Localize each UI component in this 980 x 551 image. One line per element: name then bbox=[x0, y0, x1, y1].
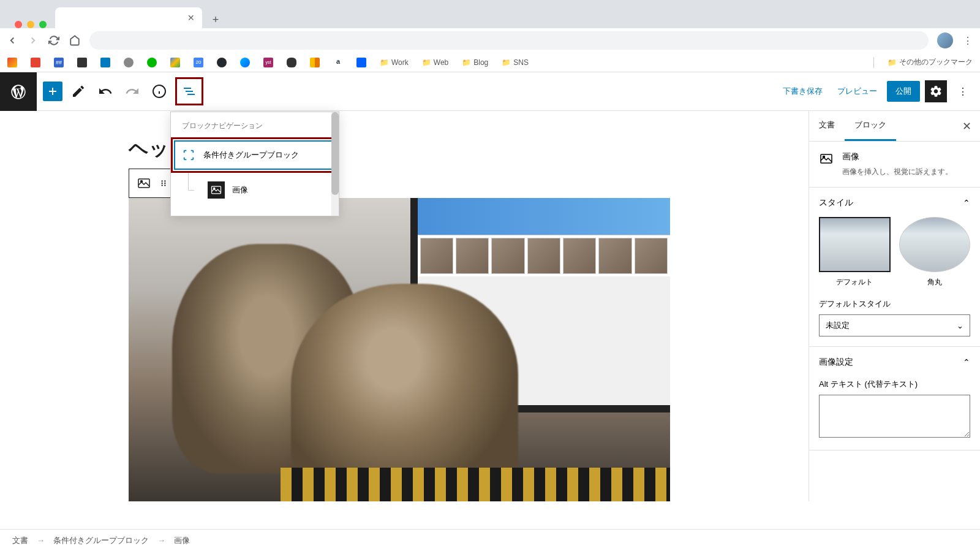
block-type-icon[interactable] bbox=[133, 172, 155, 194]
style-option-default[interactable]: デフォルト bbox=[819, 217, 891, 287]
block-navigation-popup: ブロックナビゲーション 条件付きグループブロック 画像 bbox=[170, 112, 339, 216]
bookmark-line[interactable] bbox=[147, 58, 157, 67]
style-panel: スタイル ⌃ デフォルト 角丸 デフォルトスタイル 未設定 ⌄ bbox=[809, 188, 980, 347]
bookmark-amazon[interactable]: a bbox=[333, 58, 343, 67]
profile-avatar[interactable] bbox=[937, 32, 953, 48]
messenger-icon bbox=[240, 58, 250, 67]
bookmark-hash[interactable]: ## bbox=[54, 58, 64, 67]
trello-icon bbox=[100, 58, 110, 67]
bookmark-power[interactable] bbox=[124, 58, 134, 67]
bookmark-folder-sns[interactable]: 📁SNS bbox=[502, 58, 529, 67]
reload-icon[interactable] bbox=[48, 34, 60, 47]
window-minimize-icon[interactable] bbox=[27, 21, 34, 28]
preview-button[interactable]: プレビュー bbox=[832, 81, 882, 102]
bookmark-folder-web[interactable]: 📁Web bbox=[422, 58, 448, 67]
tab-close-icon[interactable]: ✕ bbox=[187, 13, 195, 23]
analytics-icon bbox=[310, 58, 320, 67]
terminal-icon bbox=[77, 58, 87, 67]
popup-scrollbar[interactable] bbox=[331, 112, 339, 216]
back-icon[interactable] bbox=[6, 34, 18, 47]
block-name: 画像 bbox=[842, 151, 952, 162]
bookmark-analytics[interactable] bbox=[310, 58, 320, 67]
forward-icon[interactable] bbox=[27, 34, 39, 47]
undo-button[interactable] bbox=[94, 80, 116, 102]
svg-point-16 bbox=[823, 156, 825, 158]
folder-icon: 📁 bbox=[888, 58, 897, 67]
bookmark-dropbox[interactable] bbox=[356, 58, 366, 67]
address-bar[interactable] bbox=[89, 31, 929, 50]
bookmark-folder-blog[interactable]: 📁Blog bbox=[462, 58, 488, 67]
nav-item-highlight: 条件付きグループブロック bbox=[171, 137, 339, 173]
folder-icon: 📁 bbox=[380, 58, 389, 67]
image-block-icon bbox=[208, 181, 225, 199]
alt-text-label: Alt テキスト (代替テキスト) bbox=[819, 379, 970, 390]
breadcrumb-item[interactable]: 文書 bbox=[12, 535, 28, 546]
default-style-label: デフォルトスタイル bbox=[819, 298, 970, 310]
add-block-button[interactable] bbox=[43, 82, 62, 101]
chevron-up-icon: ⌃ bbox=[963, 198, 970, 208]
svg-point-7 bbox=[141, 181, 143, 183]
tab-block[interactable]: ブロック bbox=[845, 111, 896, 141]
sidebar-tabs: 文書 ブロック ✕ bbox=[809, 111, 980, 142]
bookmark-yoast[interactable]: yst bbox=[263, 58, 273, 67]
window-maximize-icon[interactable] bbox=[39, 21, 47, 28]
tab-document[interactable]: 文書 bbox=[809, 111, 845, 141]
browser-menu-icon[interactable]: ⋮ bbox=[962, 34, 974, 47]
sidebar-close-icon[interactable]: ✕ bbox=[959, 116, 975, 137]
bookmark-cloud[interactable] bbox=[287, 58, 296, 67]
image-block[interactable] bbox=[129, 198, 670, 501]
image-block-icon bbox=[819, 151, 834, 166]
drive-icon bbox=[170, 58, 180, 67]
info-button[interactable] bbox=[148, 80, 170, 102]
redo-button[interactable] bbox=[121, 80, 143, 102]
style-option-rounded[interactable]: 角丸 bbox=[899, 217, 971, 287]
svg-point-13 bbox=[164, 184, 165, 186]
alt-text-input[interactable] bbox=[819, 395, 970, 438]
block-navigation-button[interactable] bbox=[178, 80, 200, 102]
gmail-icon bbox=[7, 58, 17, 67]
todoist-icon bbox=[31, 58, 40, 67]
home-icon[interactable] bbox=[69, 34, 81, 47]
style-thumbnail bbox=[819, 217, 891, 272]
editor-canvas[interactable]: ヘッダーメディ ⌃ ⌄ bbox=[37, 111, 809, 501]
more-options-button[interactable]: ⋮ bbox=[952, 80, 974, 102]
nav-item-child: 画像 bbox=[195, 173, 339, 207]
nav-toolbar: ⋮ bbox=[0, 28, 980, 53]
bookmark-gmail[interactable] bbox=[7, 58, 17, 67]
folder-icon: 📁 bbox=[502, 58, 511, 67]
bookmark-todoist[interactable] bbox=[31, 58, 40, 67]
settings-button[interactable] bbox=[925, 80, 947, 102]
bookmark-messenger[interactable] bbox=[240, 58, 250, 67]
nav-item-image[interactable]: 画像 bbox=[202, 175, 333, 205]
drag-handle-icon[interactable] bbox=[157, 172, 170, 194]
editor-header: 下書き保存 プレビュー 公開 ⋮ bbox=[37, 72, 980, 111]
svg-point-8 bbox=[162, 180, 163, 181]
browser-tab[interactable]: ✕ bbox=[55, 7, 202, 28]
browser-chrome: ✕ + ⋮ ## 20 yst a 📁Work 📁Web 📁Blog 📁SNS bbox=[0, 0, 980, 72]
svg-point-9 bbox=[164, 180, 165, 181]
bookmark-folder-work[interactable]: 📁Work bbox=[380, 58, 409, 67]
new-tab-button[interactable]: + bbox=[207, 11, 224, 28]
default-style-select[interactable]: 未設定 ⌄ bbox=[819, 314, 970, 336]
breadcrumb-separator-icon: → bbox=[37, 536, 45, 545]
svg-point-12 bbox=[162, 184, 163, 186]
style-panel-header[interactable]: スタイル ⌃ bbox=[819, 197, 970, 208]
breadcrumb-item[interactable]: 画像 bbox=[174, 535, 190, 546]
block-info-section: 画像 画像を挿入し、視覚に訴えます。 bbox=[809, 142, 980, 188]
bookmark-trello[interactable] bbox=[100, 58, 110, 67]
breadcrumb-item[interactable]: 条件付きグループブロック bbox=[53, 535, 149, 546]
bookmark-calendar[interactable]: 20 bbox=[194, 58, 203, 67]
save-draft-button[interactable]: 下書き保存 bbox=[778, 81, 827, 102]
bookmark-folder-other[interactable]: 📁その他のブックマーク bbox=[888, 57, 973, 67]
window-close-icon[interactable] bbox=[15, 21, 22, 28]
nav-item-conditional-group[interactable]: 条件付きグループブロック bbox=[174, 140, 336, 170]
bookmark-drive[interactable] bbox=[170, 58, 180, 67]
window-controls bbox=[15, 21, 47, 28]
publish-button[interactable]: 公開 bbox=[887, 81, 920, 102]
bookmark-github[interactable] bbox=[217, 58, 227, 67]
edit-mode-button[interactable] bbox=[67, 80, 89, 102]
bookmark-terminal[interactable] bbox=[77, 58, 87, 67]
wordpress-editor: 下書き保存 プレビュー 公開 ⋮ ヘッダーメディ ⌃ ⌄ bbox=[0, 72, 980, 501]
wordpress-logo[interactable] bbox=[0, 72, 37, 111]
image-settings-header[interactable]: 画像設定 ⌃ bbox=[819, 357, 970, 368]
